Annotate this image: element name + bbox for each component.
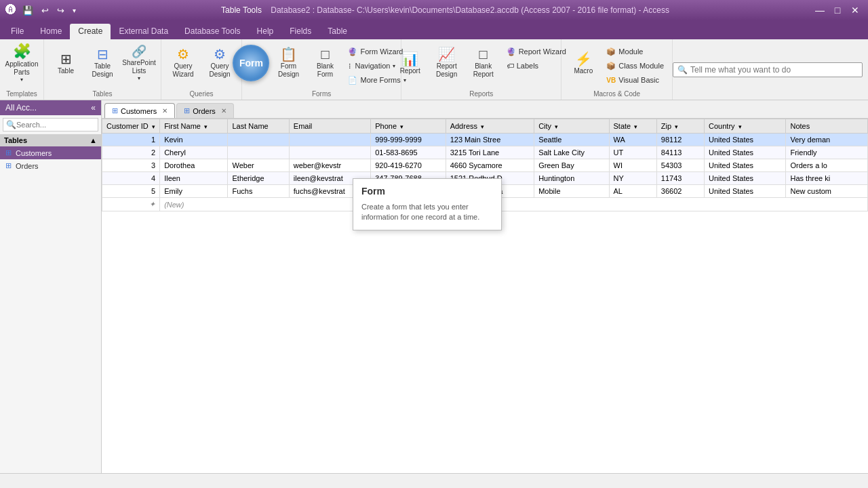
reports-group-label: Reports — [469, 90, 493, 100]
macro-icon: ⚡ — [575, 52, 592, 66]
app-parts-label: ApplicationParts — [5, 60, 39, 77]
blank-report-label: BlankReport — [473, 62, 494, 79]
cell-country: United States — [705, 185, 786, 198]
sharepoint-button[interactable]: 🔗 SharePointLists ▾ — [121, 42, 157, 84]
customers-tab-close[interactable]: ✕ — [162, 107, 167, 115]
cell-phone: 920-419-6270 — [371, 159, 446, 172]
table-button[interactable]: ⊞ Table — [48, 42, 83, 84]
table-design-button[interactable]: ⊟ TableDesign — [85, 42, 120, 84]
col-state-label: State — [614, 122, 631, 130]
query-wizard-button[interactable]: ⚙ QueryWizard — [165, 42, 201, 84]
blank-report-button[interactable]: □ BlankReport — [466, 42, 501, 84]
visual-basic-label: Visual Basic — [618, 76, 659, 84]
nav-section-collapse-icon: ▲ — [90, 136, 97, 144]
query-design-button[interactable]: ⚙ QueryDesign — [202, 42, 237, 84]
col-header-address[interactable]: Address ▾ — [446, 119, 534, 134]
cell-city: Mobile — [534, 185, 609, 198]
maximize-button[interactable]: □ — [830, 3, 845, 18]
col-header-state[interactable]: State ▾ — [609, 119, 656, 134]
title-bar: 🅐 💾 ↩ ↪ ▾ Table Tools Database2 : Databa… — [0, 0, 868, 20]
app-parts-button[interactable]: 🧩 ApplicationParts ▾ — [4, 42, 39, 84]
col-country-sort-icon: ▾ — [738, 123, 742, 130]
nav-search-icon: 🔍 — [6, 120, 16, 129]
col-header-email[interactable]: Email — [289, 119, 370, 134]
nav-pane: All Acc... « 🔍 Tables ▲ ⊞ Customers ⊞ Or… — [0, 100, 102, 473]
nav-section-tables[interactable]: Tables ▲ — [0, 134, 101, 146]
tables-buttons: ⊞ Table ⊟ TableDesign 🔗 SharePointLists … — [48, 42, 157, 90]
cell-id: 4 — [102, 172, 160, 185]
content-tab-customers[interactable]: ⊞ Customers ✕ — [104, 103, 175, 118]
nav-item-orders[interactable]: ⊞ Orders — [0, 159, 101, 172]
search-bar[interactable]: 🔍 — [673, 62, 863, 77]
col-header-zip[interactable]: Zip ▾ — [656, 119, 704, 134]
tab-fields[interactable]: Fields — [281, 24, 319, 39]
labels-button[interactable]: 🏷 Labels — [502, 59, 570, 73]
tab-database-tools[interactable]: Database Tools — [176, 24, 249, 39]
tooltip-title: Form — [361, 186, 493, 197]
module-button[interactable]: 📦 Module — [602, 45, 668, 58]
report-button[interactable]: 📊 Report — [393, 42, 428, 84]
cell-firstname: Kevin — [160, 134, 228, 146]
form-button[interactable]: Form — [233, 45, 269, 81]
col-header-phone[interactable]: Phone ▾ — [371, 119, 446, 134]
orders-label: Orders — [16, 162, 39, 170]
ribbon-group-queries: ⚙ QueryWizard ⚙ QueryDesign Queries — [161, 39, 242, 100]
app-parts-icon: 🧩 — [13, 44, 31, 59]
cell-notes: Friendly — [786, 146, 868, 159]
col-header-notes[interactable]: Notes — [786, 119, 868, 134]
form-design-icon: 📋 — [280, 47, 297, 61]
save-icon[interactable]: 💾 — [20, 4, 35, 17]
blank-form-button[interactable]: □ BlankForm — [307, 42, 342, 84]
customers-tab-label: Customers — [121, 107, 157, 115]
cell-lastname: Fuchs — [228, 185, 289, 198]
cell-address: 3215 Tori Lane — [446, 146, 534, 159]
reports-small-buttons: 🔮 Report Wizard 🏷 Labels — [502, 42, 570, 73]
nav-item-customers[interactable]: ⊞ Customers — [0, 146, 101, 159]
table-label: Table — [58, 67, 74, 75]
col-header-lastname[interactable]: Last Name — [228, 119, 289, 134]
tab-file[interactable]: File — [3, 24, 32, 39]
report-design-button[interactable]: 📈 ReportDesign — [429, 42, 465, 84]
form-design-button[interactable]: 📋 FormDesign — [271, 42, 306, 84]
ribbon-group-macros: ⚡ Macro 📦 Module 📦 Class Module VB Visua… — [561, 39, 673, 100]
table-row[interactable]: 2 Cheryl 01-583-8695 3215 Tori Lane Salt… — [102, 146, 868, 159]
undo-icon[interactable]: ↩ — [39, 4, 51, 17]
form-tooltip: Form Create a form that lets you enter i… — [353, 178, 502, 230]
tab-create[interactable]: Create — [70, 24, 111, 39]
table-row[interactable]: 1 Kevin 999-999-9999 123 Main Stree Seat… — [102, 134, 868, 146]
class-module-button[interactable]: 📦 Class Module — [602, 59, 668, 73]
col-id-label: Customer ID — [106, 122, 149, 130]
nav-search-box[interactable]: 🔍 — [3, 118, 98, 131]
close-button[interactable]: ✕ — [848, 3, 863, 18]
col-header-city[interactable]: City ▾ — [534, 119, 609, 134]
reports-buttons: 📊 Report 📈 ReportDesign □ BlankReport 🔮 … — [393, 42, 570, 90]
macro-button[interactable]: ⚡ Macro — [566, 42, 601, 84]
report-wizard-button[interactable]: 🔮 Report Wizard — [502, 45, 570, 58]
redo-icon[interactable]: ↪ — [55, 4, 66, 17]
ribbon: 🔍 🧩 ApplicationParts ▾ Templates ⊞ Table… — [0, 39, 868, 100]
cell-new-indicator: ✦ — [102, 198, 160, 211]
nav-search-input[interactable] — [16, 121, 95, 129]
cell-state: NY — [609, 172, 656, 185]
col-header-country[interactable]: Country ▾ — [705, 119, 786, 134]
tab-home[interactable]: Home — [32, 24, 70, 39]
tab-table[interactable]: Table — [319, 24, 355, 39]
table-row[interactable]: 3 Dorothea Weber weber@kevstr 920-419-62… — [102, 159, 868, 172]
tab-external-data[interactable]: External Data — [111, 24, 176, 39]
nav-header[interactable]: All Acc... « — [0, 100, 101, 115]
orders-tab-close[interactable]: ✕ — [221, 107, 226, 115]
cell-city: Huntington — [534, 172, 609, 185]
cell-city: Green Bay — [534, 159, 609, 172]
col-header-firstname[interactable]: First Name ▾ — [160, 119, 228, 134]
class-module-icon: 📦 — [606, 62, 616, 70]
labels-icon: 🏷 — [507, 62, 514, 70]
visual-basic-button[interactable]: VB Visual Basic — [602, 73, 668, 87]
ribbon-group-forms: Form 📋 FormDesign □ BlankForm 🔮 Form Wiz… — [242, 39, 401, 100]
minimize-button[interactable]: — — [812, 3, 827, 18]
col-header-id[interactable]: Customer ID ▾ — [102, 119, 160, 134]
content-tab-orders[interactable]: ⊞ Orders ✕ — [176, 103, 234, 118]
nav-collapse-icon[interactable]: « — [91, 103, 96, 113]
qa-dropdown-icon[interactable]: ▾ — [71, 5, 78, 16]
search-input[interactable] — [690, 65, 846, 75]
tab-help[interactable]: Help — [249, 24, 282, 39]
